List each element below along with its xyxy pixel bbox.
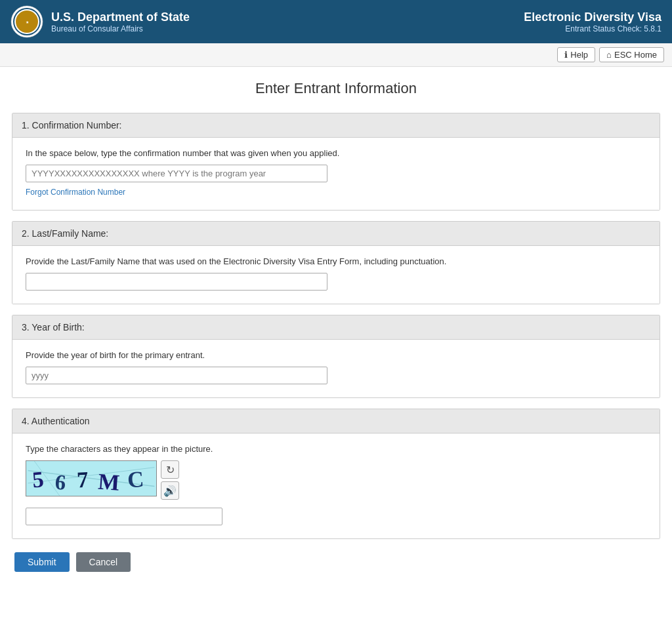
year-of-birth-header: 3. Year of Birth: (12, 315, 660, 340)
bureau-name: Bureau of Consular Affairs (51, 24, 190, 33)
year-of-birth-section: 3. Year of Birth: Provide the year of bi… (12, 315, 660, 398)
state-dept-seal: ★ (10, 5, 43, 38)
last-name-description: Provide the Last/Family Name that was us… (26, 256, 646, 266)
authentication-section: 4. Authentication Type the characters as… (12, 409, 660, 539)
svg-text:M: M (97, 468, 120, 495)
agency-name: U.S. Department of State (51, 10, 190, 24)
svg-text:6: 6 (54, 470, 66, 494)
esc-home-label: ESC Home (614, 50, 657, 60)
cancel-button[interactable]: Cancel (76, 552, 131, 572)
svg-text:5: 5 (32, 466, 45, 493)
home-icon: ⌂ (606, 50, 612, 60)
confirmation-number-input[interactable] (26, 165, 327, 182)
captcha-icons: ↻ 🔊 (161, 460, 179, 500)
page-title: Enter Entrant Information (12, 80, 660, 97)
svg-text:7: 7 (76, 467, 89, 493)
forgot-confirmation-link[interactable]: Forgot Confirmation Number (26, 188, 125, 197)
confirmation-description: In the space below, type the confirmatio… (26, 148, 646, 158)
captcha-refresh-button[interactable]: ↻ (161, 460, 179, 479)
authentication-header: 4. Authentication (12, 409, 660, 433)
last-name-header: 2. Last/Family Name: (12, 222, 660, 246)
header-right: Electronic Diversity Visa Entrant Status… (524, 10, 662, 33)
audio-icon: 🔊 (163, 485, 177, 497)
button-row: Submit Cancel (12, 552, 660, 572)
confirmation-header: 1. Confirmation Number: (12, 113, 660, 138)
header-left: ★ U.S. Department of State Bureau of Con… (10, 5, 190, 38)
captcha-area: 5 6 7 M C ↻ 🔊 (26, 460, 646, 500)
year-of-birth-input[interactable] (26, 367, 327, 384)
submit-button[interactable]: Submit (14, 552, 70, 572)
help-icon: ℹ (564, 50, 568, 60)
captcha-audio-button[interactable]: 🔊 (161, 481, 179, 500)
program-version: Entrant Status Check: 5.8.1 (524, 24, 662, 33)
last-name-input[interactable] (26, 273, 327, 291)
program-name: Electronic Diversity Visa (524, 10, 662, 24)
last-name-section: 2. Last/Family Name: Provide the Last/Fa… (12, 221, 660, 304)
esc-home-button[interactable]: ⌂ ESC Home (599, 47, 664, 62)
refresh-icon: ↻ (166, 464, 175, 476)
captcha-text-input[interactable] (26, 508, 222, 525)
year-of-birth-description: Provide the year of birth for the primar… (26, 350, 646, 360)
svg-text:C: C (127, 466, 145, 493)
authentication-description: Type the characters as they appear in th… (26, 444, 646, 454)
help-label: Help (570, 50, 588, 60)
nav-bar: ℹ Help ⌂ ESC Home (0, 43, 672, 67)
svg-text:★: ★ (26, 20, 29, 24)
confirmation-section: 1. Confirmation Number: In the space bel… (12, 113, 660, 211)
captcha-image: 5 6 7 M C (26, 460, 157, 496)
help-button[interactable]: ℹ Help (557, 47, 595, 62)
page-content: Enter Entrant Information 1. Confirmatio… (1, 67, 671, 592)
